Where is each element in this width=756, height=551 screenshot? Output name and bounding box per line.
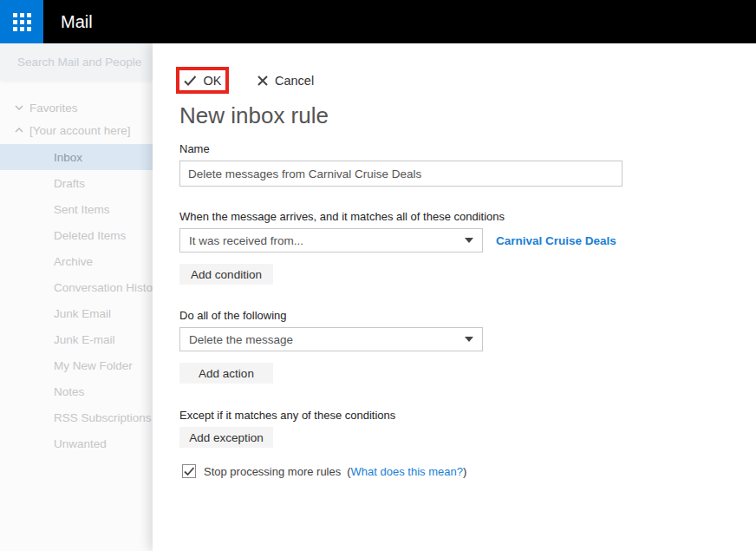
folder-label: My New Folder bbox=[54, 359, 133, 372]
folder-tree: Favorites [Your account here] Inbox Draf… bbox=[0, 81, 153, 456]
app-title: Mail bbox=[61, 12, 93, 32]
sidebar-item-my-new-folder[interactable]: My New Folder bbox=[0, 352, 153, 378]
help-link-wrap: (What does this mean?) bbox=[347, 465, 466, 478]
ok-button-label: OK bbox=[204, 74, 222, 88]
sidebar-group-favorites[interactable]: Favorites bbox=[0, 96, 153, 119]
action-section-label: Do all of the following bbox=[179, 309, 287, 322]
add-exception-button[interactable]: Add exception bbox=[179, 427, 273, 448]
search-input[interactable]: Search Mail and People bbox=[0, 43, 153, 81]
name-field-label: Name bbox=[179, 142, 210, 155]
add-action-button[interactable]: Add action bbox=[179, 363, 273, 384]
folder-label: Archive bbox=[54, 255, 93, 268]
folder-label: Junk E-mail bbox=[54, 333, 115, 346]
sidebar-item-drafts[interactable]: Drafts bbox=[0, 170, 153, 196]
exception-section-label: Except if it matches any of these condit… bbox=[179, 409, 395, 422]
folder-label: Drafts bbox=[54, 177, 85, 190]
folder-sidebar: Search Mail and People Favorites [Your a… bbox=[0, 43, 153, 551]
add-condition-button[interactable]: Add condition bbox=[179, 264, 273, 285]
folder-label: Unwanted bbox=[54, 437, 107, 450]
folder-label: Inbox bbox=[54, 151, 82, 164]
sidebar-item-junk-e-mail[interactable]: Junk E-mail bbox=[0, 326, 153, 352]
stop-processing-label: Stop processing more rules bbox=[204, 465, 341, 478]
folder-label: Conversation History bbox=[54, 281, 153, 294]
chevron-down-icon bbox=[465, 337, 473, 342]
stop-processing-checkbox[interactable] bbox=[182, 464, 196, 478]
sidebar-group-account[interactable]: [Your account here] bbox=[0, 119, 153, 141]
rule-name-input[interactable] bbox=[179, 161, 622, 187]
sidebar-group-label: [Your account here] bbox=[29, 124, 131, 137]
sidebar-item-conversation-history[interactable]: Conversation History bbox=[0, 274, 153, 300]
folder-label: Deleted Items bbox=[54, 229, 126, 242]
condition-select[interactable]: It was received from... bbox=[179, 228, 483, 253]
sidebar-item-notes[interactable]: Notes bbox=[0, 378, 153, 404]
annotation-highlight-box: OK bbox=[176, 67, 229, 94]
condition-select-value: It was received from... bbox=[189, 234, 303, 247]
search-placeholder: Search Mail and People bbox=[17, 56, 141, 69]
sidebar-item-inbox[interactable]: Inbox bbox=[0, 144, 153, 170]
sidebar-item-deleted-items[interactable]: Deleted Items bbox=[0, 222, 153, 248]
app-launcher-grid-icon bbox=[13, 13, 31, 31]
sidebar-item-junk-email[interactable]: Junk Email bbox=[0, 300, 153, 326]
folder-label: RSS Subscriptions bbox=[54, 411, 152, 424]
ok-button[interactable]: OK bbox=[184, 74, 222, 88]
action-select[interactable]: Delete the message bbox=[179, 327, 483, 351]
condition-section-label: When the message arrives, and it matches… bbox=[179, 210, 505, 223]
action-select-value: Delete the message bbox=[189, 333, 293, 346]
folder-label: Sent Items bbox=[54, 203, 110, 216]
new-inbox-rule-panel: OK Cancel New inbox rule Name When the m… bbox=[153, 43, 756, 551]
help-link[interactable]: What does this mean? bbox=[351, 465, 463, 478]
sidebar-item-sent-items[interactable]: Sent Items bbox=[0, 196, 153, 222]
chevron-down-icon bbox=[15, 105, 23, 110]
condition-target-link[interactable]: Carnival Cruise Deals bbox=[496, 234, 616, 247]
checkmark-icon bbox=[184, 75, 197, 86]
cancel-button-label: Cancel bbox=[275, 74, 314, 88]
stop-processing-row: Stop processing more rules (What does th… bbox=[182, 464, 466, 478]
sidebar-item-rss-subscriptions[interactable]: RSS Subscriptions bbox=[0, 404, 153, 430]
top-app-bar: Mail bbox=[0, 0, 756, 43]
close-icon bbox=[257, 75, 268, 86]
sidebar-item-unwanted[interactable]: Unwanted bbox=[0, 430, 153, 456]
app-launcher-button[interactable] bbox=[0, 0, 43, 43]
folder-label: Notes bbox=[54, 385, 84, 398]
chevron-down-icon bbox=[465, 238, 473, 243]
page-title: New inbox rule bbox=[179, 102, 329, 129]
sidebar-item-archive[interactable]: Archive bbox=[0, 248, 153, 274]
cancel-button[interactable]: Cancel bbox=[257, 67, 314, 94]
sidebar-group-label: Favorites bbox=[29, 102, 78, 115]
chevron-up-icon bbox=[15, 128, 23, 133]
checkmark-icon bbox=[184, 467, 195, 476]
help-paren-close: ) bbox=[463, 465, 466, 478]
folder-label: Junk Email bbox=[54, 307, 111, 320]
